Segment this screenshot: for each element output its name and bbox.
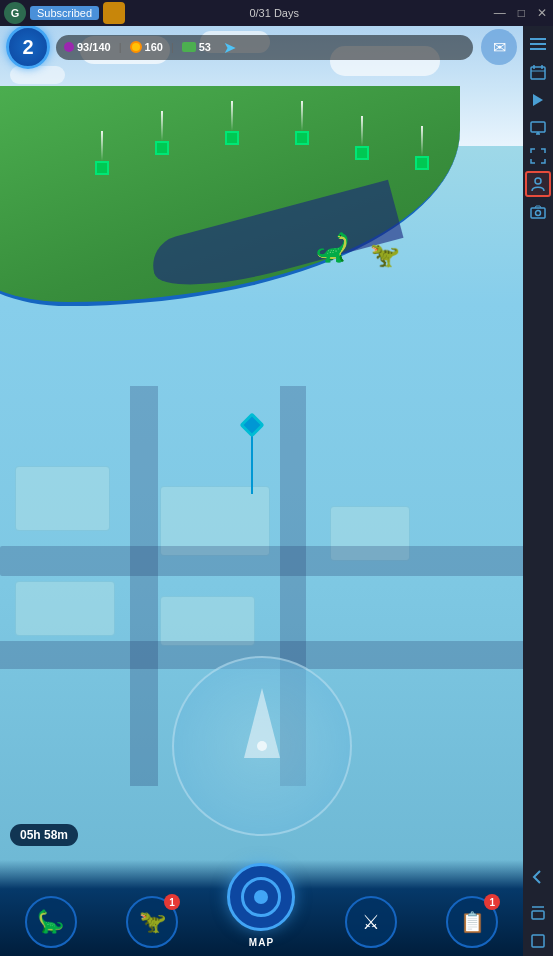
app-logo: G xyxy=(4,2,26,24)
game-icon xyxy=(103,2,125,24)
svg-rect-8 xyxy=(531,122,545,132)
svg-rect-16 xyxy=(532,935,544,947)
subscribed-badge: Subscribed xyxy=(30,6,99,20)
coin-icon xyxy=(130,41,142,53)
cash-resource: 53 xyxy=(182,41,211,53)
sidebar-calendar-icon[interactable] xyxy=(525,59,551,85)
map-block-4 xyxy=(160,596,255,646)
road-horizontal-1 xyxy=(0,546,523,576)
level-badge: 2 xyxy=(6,26,50,69)
missions-icon[interactable]: 📋 1 xyxy=(446,896,498,948)
nav-missions[interactable]: 📋 1 xyxy=(446,896,498,948)
mail-button[interactable]: ✉ xyxy=(481,29,517,65)
timer-badge: 05h 58m xyxy=(10,824,78,846)
svg-marker-7 xyxy=(533,94,543,106)
supply-drop-4[interactable] xyxy=(295,101,309,145)
supply-drop-5[interactable] xyxy=(355,116,369,160)
window-controls[interactable]: — □ ✕ xyxy=(488,6,553,20)
restore-btn[interactable]: □ xyxy=(512,6,531,20)
supply-drop-1[interactable] xyxy=(95,131,109,175)
nav-dinosaurs[interactable]: 🦖 1 xyxy=(126,896,178,948)
player-dot xyxy=(239,412,264,437)
nav-map-center[interactable]: MAP xyxy=(227,863,295,948)
compass-center xyxy=(257,741,267,751)
sidebar-menu-icon[interactable] xyxy=(525,31,551,57)
cash-icon xyxy=(182,42,196,52)
divider-2: | xyxy=(171,41,174,53)
dinosaurs-icon[interactable]: 🦖 1 xyxy=(126,896,178,948)
dinosaur-1[interactable]: 🦕 xyxy=(315,231,350,264)
battle-icon[interactable]: ⚔ xyxy=(345,896,397,948)
coins-value: 160 xyxy=(145,41,163,53)
svg-rect-1 xyxy=(530,43,546,45)
title-bar: G Subscribed 0/31 Days — □ ✕ xyxy=(0,0,553,26)
coins-resource: 160 xyxy=(130,41,163,53)
dinosaurs-badge: 1 xyxy=(164,894,180,910)
nav-battle[interactable]: ⚔ xyxy=(345,896,397,948)
divider-1: | xyxy=(119,41,122,53)
cloud-4 xyxy=(10,66,65,84)
darts-resource: 93/140 xyxy=(64,41,111,53)
player-marker xyxy=(243,416,261,494)
sidebar-fullscreen-icon[interactable] xyxy=(525,928,551,954)
dart-icon xyxy=(64,42,74,52)
svg-rect-2 xyxy=(530,48,546,50)
map-dot xyxy=(254,890,268,904)
bottom-nav: 🦕 🦖 1 MAP ⚔ 📋 1 xyxy=(0,860,523,956)
map-block-1 xyxy=(15,466,110,531)
darts-value: 93/140 xyxy=(77,41,111,53)
sidebar-back-icon[interactable] xyxy=(525,864,551,890)
sidebar-profile-icon[interactable] xyxy=(525,171,551,197)
hud-resources: 93/140 | 160 | 53 ➤ xyxy=(56,35,473,60)
collection-icon[interactable]: 🦕 xyxy=(25,896,77,948)
map-label: MAP xyxy=(249,937,274,948)
svg-rect-14 xyxy=(532,911,544,919)
supply-drop-2[interactable] xyxy=(155,111,169,155)
player-line xyxy=(251,434,253,494)
sidebar-minimize-icon[interactable] xyxy=(525,900,551,926)
map-rings xyxy=(241,877,281,917)
svg-point-13 xyxy=(536,211,541,216)
svg-point-11 xyxy=(535,178,541,184)
svg-rect-12 xyxy=(531,208,545,218)
map-block-3 xyxy=(15,581,115,636)
close-btn[interactable]: ✕ xyxy=(531,6,553,20)
nav-collection[interactable]: 🦕 xyxy=(25,896,77,948)
missions-badge: 1 xyxy=(484,894,500,910)
sidebar-display-icon[interactable] xyxy=(525,115,551,141)
sidebar-play-icon[interactable] xyxy=(525,87,551,113)
right-sidebar xyxy=(523,26,553,956)
sidebar-camera-icon[interactable] xyxy=(525,199,551,225)
svg-rect-3 xyxy=(531,67,545,79)
svg-rect-0 xyxy=(530,38,546,40)
minimize-btn[interactable]: — xyxy=(488,6,512,20)
window-title: 0/31 Days xyxy=(219,7,299,19)
dinosaur-2[interactable]: 🦖 xyxy=(370,241,400,269)
road-vertical-1 xyxy=(130,386,158,786)
cash-value: 53 xyxy=(199,41,211,53)
hud-arrow-icon: ➤ xyxy=(223,38,236,57)
hud-top: 2 93/140 | 160 | 53 ➤ ✉ xyxy=(0,26,523,68)
game-area: 🦕 🦖 2 93/140 | 160 | xyxy=(0,26,523,956)
supply-drop-6[interactable] xyxy=(415,126,429,170)
compass xyxy=(172,656,352,836)
supply-drop-3[interactable] xyxy=(225,101,239,145)
sidebar-expand-icon[interactable] xyxy=(525,143,551,169)
map-center-button[interactable] xyxy=(227,863,295,931)
